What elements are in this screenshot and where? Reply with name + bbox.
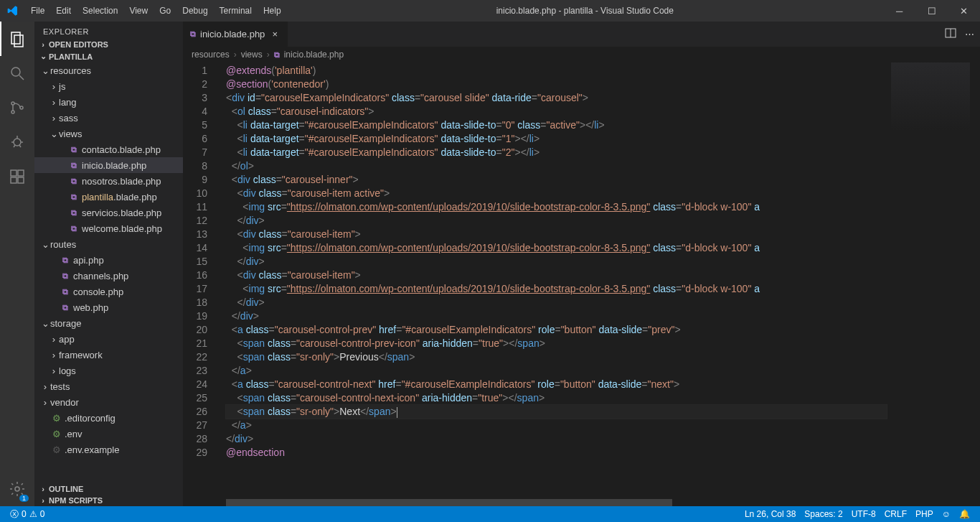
menu-edit[interactable]: Edit [50, 1, 77, 20]
sidebar: EXPLORER ›OPEN EDITORS ⌄PLANTILLA ⌄resou… [34, 22, 183, 506]
file-plantilla.blade.php[interactable]: ⧉plantilla.blade.php [34, 189, 183, 205]
status-language[interactable]: PHP [911, 509, 938, 519]
warning-icon: ⚠ [29, 509, 37, 519]
file-welcome.blade.php[interactable]: ⧉welcome.blade.php [34, 220, 183, 236]
file-web.php[interactable]: ⧉web.php [34, 299, 183, 315]
file-label: nosotros.blade.php [82, 176, 161, 187]
status-spaces[interactable]: Spaces: 2 [800, 509, 847, 519]
section-project[interactable]: ⌄PLANTILLA [34, 50, 183, 62]
svg-point-2 [11, 67, 20, 76]
horizontal-scrollbar[interactable] [226, 499, 970, 506]
notifications-icon[interactable]: 🔔 [955, 509, 974, 519]
status-eol[interactable]: CRLF [880, 509, 911, 519]
gear-icon: ⚙ [50, 413, 63, 424]
window-controls: ─ ☐ ✕ [883, 0, 980, 22]
breadcrumb-item[interactable]: views [241, 50, 263, 60]
section-outline[interactable]: ›OUTLINE [34, 483, 183, 495]
chevron-icon: ⌄ [40, 239, 50, 250]
file-.env[interactable]: ⚙.env [34, 426, 183, 442]
vscode-logo-icon [0, 5, 25, 17]
php-file-icon: ⧉ [59, 303, 72, 312]
settings-icon[interactable]: 1 [0, 472, 34, 506]
menu-file[interactable]: File [25, 1, 50, 20]
menu-debug[interactable]: Debug [176, 1, 213, 20]
file-nosotros.blade.php[interactable]: ⧉nosotros.blade.php [34, 173, 183, 189]
breadcrumb-item[interactable]: inicio.blade.php [284, 50, 344, 60]
chevron-icon: ⌄ [40, 318, 50, 329]
svg-line-11 [14, 145, 15, 147]
feedback-icon[interactable]: ☺ [938, 509, 955, 519]
file-tree: ⌄resources›js›lang›sass⌄views⧉contacto.b… [34, 62, 183, 457]
file-.editorconfig[interactable]: ⚙.editorconfig [34, 410, 183, 426]
scroll-thumb[interactable] [226, 499, 672, 506]
section-npm-scripts[interactable]: ›NPM SCRIPTS [34, 495, 183, 506]
svg-point-4 [11, 102, 14, 105]
section-open-editors[interactable]: ›OPEN EDITORS [34, 39, 183, 50]
file-console.php[interactable]: ⧉console.php [34, 284, 183, 299]
overview-ruler[interactable] [970, 62, 980, 506]
gear-icon: ⚙ [50, 429, 63, 439]
folder-label: js [59, 81, 65, 92]
folder-views[interactable]: ⌄views [34, 126, 183, 141]
menu-view[interactable]: View [123, 1, 154, 20]
menu-go[interactable]: Go [154, 1, 176, 20]
menu-terminal[interactable]: Terminal [214, 1, 258, 20]
folder-vendor[interactable]: ›vendor [34, 394, 183, 410]
menu-help[interactable]: Help [258, 1, 287, 20]
folder-routes[interactable]: ⌄routes [34, 236, 183, 252]
search-icon[interactable] [0, 56, 34, 90]
folder-sass[interactable]: ›sass [34, 110, 183, 126]
explorer-icon[interactable] [0, 22, 34, 56]
svg-rect-16 [18, 170, 24, 176]
file-inicio.blade.php[interactable]: ⧉inicio.blade.php [34, 157, 183, 173]
folder-tests[interactable]: ›tests [34, 378, 183, 394]
chevron-icon: › [40, 381, 50, 392]
folder-app[interactable]: ›app [34, 331, 183, 347]
extensions-icon[interactable] [0, 159, 34, 194]
maximize-button[interactable]: ☐ [915, 0, 948, 22]
chevron-icon: › [40, 397, 50, 408]
file-label: web.php [73, 302, 108, 313]
file-contacto.blade.php[interactable]: ⧉contacto.blade.php [34, 141, 183, 157]
sidebar-title: EXPLORER [34, 22, 183, 39]
folder-label: routes [50, 239, 76, 250]
folder-lang[interactable]: ›lang [34, 94, 183, 110]
split-editor-icon[interactable] [945, 27, 956, 41]
file-label: console.php [73, 286, 123, 297]
tab-inicio[interactable]: ⧉ inicio.blade.php × [183, 22, 288, 47]
folder-framework[interactable]: ›framework [34, 347, 183, 363]
folder-label: framework [59, 350, 103, 360]
chevron-icon: › [49, 81, 59, 92]
file-api.php[interactable]: ⧉api.php [34, 252, 183, 268]
minimize-button[interactable]: ─ [883, 0, 915, 22]
file-channels.php[interactable]: ⧉channels.php [34, 268, 183, 284]
close-tab-icon[interactable]: × [269, 29, 281, 39]
php-file-icon: ⧉ [59, 256, 72, 265]
minimap[interactable] [891, 62, 970, 149]
breadcrumb-item[interactable]: resources [192, 50, 230, 60]
status-bar: ⓧ0⚠0 Ln 26, Col 38 Spaces: 2 UTF-8 CRLF … [0, 506, 980, 522]
editor[interactable]: 1234567891011121314151617181920212223242… [183, 62, 980, 506]
svg-point-5 [11, 111, 14, 113]
folder-js[interactable]: ›js [34, 78, 183, 94]
more-actions-icon[interactable]: ⋯ [965, 29, 974, 39]
breadcrumb[interactable]: resources› views› ⧉ inicio.blade.php [183, 47, 980, 62]
source-control-icon[interactable] [0, 90, 34, 125]
file-servicios.blade.php[interactable]: ⧉servicios.blade.php [34, 205, 183, 220]
tab-label: inicio.blade.php [200, 29, 265, 39]
svg-rect-14 [11, 177, 17, 183]
status-cursor[interactable]: Ln 26, Col 38 [740, 509, 800, 519]
folder-logs[interactable]: ›logs [34, 363, 183, 378]
folder-storage[interactable]: ⌄storage [34, 315, 183, 331]
menu-selection[interactable]: Selection [77, 1, 123, 20]
svg-line-12 [19, 145, 21, 147]
folder-resources[interactable]: ⌄resources [34, 62, 183, 78]
chevron-icon: › [49, 113, 59, 123]
error-icon: ⓧ [10, 508, 19, 521]
status-errors[interactable]: ⓧ0⚠0 [6, 508, 49, 521]
close-button[interactable]: ✕ [948, 0, 980, 22]
code-area[interactable]: @extends('plantilla')@section('contenedo… [226, 62, 887, 506]
debug-icon[interactable] [0, 125, 34, 159]
status-encoding[interactable]: UTF-8 [847, 509, 880, 519]
file-.env.example[interactable]: ⚙.env.example [34, 442, 183, 457]
